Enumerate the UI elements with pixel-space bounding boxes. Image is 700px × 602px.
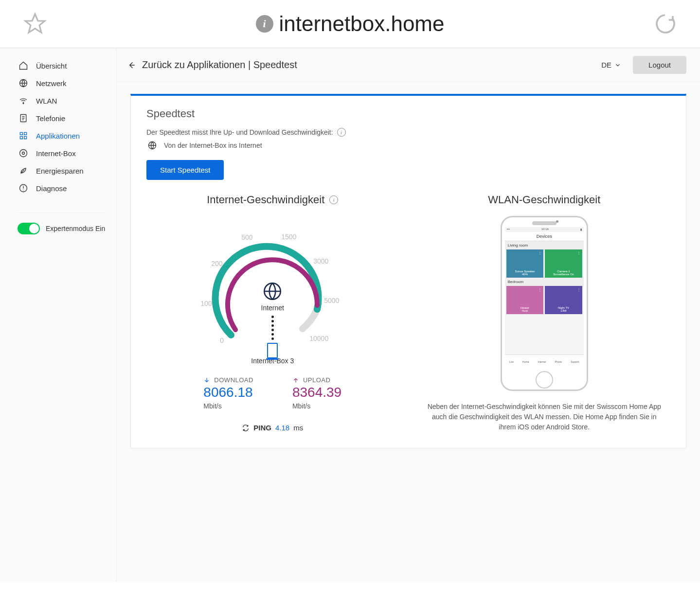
ping-value: 4.18 bbox=[275, 424, 289, 432]
svg-point-2 bbox=[23, 103, 24, 104]
apps-icon bbox=[18, 131, 28, 141]
phone-tab: Live bbox=[509, 360, 514, 363]
info-icon[interactable]: i bbox=[337, 128, 346, 137]
phone-tab: Home bbox=[522, 360, 529, 363]
phone-tile: ⋮Night TV13W bbox=[545, 286, 582, 314]
language-selector[interactable]: DE bbox=[601, 61, 621, 69]
sidebar-item-label: Energiesparen bbox=[36, 167, 84, 175]
expert-mode-row: Expertenmodus Ein bbox=[18, 212, 107, 234]
phone-time: 10:16 bbox=[541, 228, 549, 231]
card-desc-text: Der Speedtest misst Ihre Up- und Downloa… bbox=[146, 128, 333, 136]
ping-unit: ms bbox=[293, 424, 303, 432]
card-desc-sub-text: Von der Internet-Box ins Internet bbox=[164, 142, 262, 149]
upload-arrow-icon bbox=[292, 377, 299, 384]
wlan-title: WLAN-Geschwindigkeit bbox=[418, 194, 671, 206]
connection-dots-icon bbox=[195, 316, 350, 340]
app-header: i internetbox.home bbox=[0, 0, 700, 48]
reload-icon[interactable] bbox=[653, 12, 677, 35]
upload-value: 8364.39 bbox=[292, 385, 341, 400]
svg-rect-6 bbox=[20, 137, 22, 139]
sidebar-item-network[interactable]: Netzwerk bbox=[0, 74, 116, 92]
tile-sub: Surveillance On bbox=[553, 273, 574, 276]
phone-tile: ⋮Camera 1Surveillance On bbox=[545, 249, 582, 278]
phone-tabbar: Live Home Internet Phone Support bbox=[505, 354, 584, 368]
breadcrumb[interactable]: Zurück zu Applikationen | Speedtest bbox=[126, 59, 297, 71]
globe-icon bbox=[263, 282, 282, 301]
favorite-star-icon[interactable] bbox=[23, 12, 47, 35]
back-arrow-icon bbox=[126, 60, 136, 70]
expert-mode-label: Expertenmodus Ein bbox=[46, 225, 105, 232]
speedtest-card: Speedtest Der Speedtest misst Ihre Up- u… bbox=[130, 94, 686, 448]
tile-sub: 40% bbox=[522, 273, 528, 276]
upload-label: UPLOAD bbox=[303, 376, 330, 384]
phone-statusbar: •••10:16▮ bbox=[505, 227, 584, 232]
download-value: 8066.18 bbox=[203, 385, 253, 400]
phone-home-button-icon bbox=[536, 371, 553, 389]
sidebar-item-internetbox[interactable]: Internet-Box bbox=[0, 144, 116, 162]
ping-label: PING bbox=[253, 424, 271, 432]
download-result: DOWNLOAD 8066.18 Mbit/s bbox=[203, 376, 253, 410]
alert-icon bbox=[18, 183, 28, 193]
sidebar-item-label: Netzwerk bbox=[36, 79, 67, 88]
start-speedtest-button[interactable]: Start Speedtest bbox=[146, 160, 224, 180]
phonebook-icon bbox=[18, 113, 28, 123]
main-content: Zurück zu Applikationen | Speedtest DE L… bbox=[117, 48, 700, 582]
info-icon[interactable]: i bbox=[256, 15, 273, 33]
refresh-icon bbox=[242, 424, 250, 432]
phone-tab: Phone bbox=[555, 360, 562, 363]
phone-screen: •••10:16▮ Devices Living room ⋮Sonos Spe… bbox=[505, 227, 584, 368]
phone-section-label: Bedroom bbox=[505, 278, 584, 286]
gauge-center-top-label: Internet bbox=[195, 304, 350, 312]
sidebar: Übersicht Netzwerk WLAN Telefonie Applik… bbox=[0, 48, 117, 582]
leaf-icon bbox=[18, 166, 28, 176]
wlan-speed-column: WLAN-Geschwindigkeit •••10:16▮ Devices L… bbox=[418, 194, 671, 432]
sidebar-item-label: Internet-Box bbox=[36, 149, 76, 158]
svg-point-8 bbox=[20, 150, 27, 157]
sidebar-item-wlan[interactable]: WLAN bbox=[0, 92, 116, 109]
logout-button[interactable]: Logout bbox=[633, 56, 686, 74]
phone-section-label: Living room bbox=[505, 241, 584, 249]
phone-tile: ⋮Sonos Speaker40% bbox=[506, 249, 544, 278]
language-label: DE bbox=[601, 61, 611, 69]
wifi-icon bbox=[18, 96, 28, 106]
sidebar-item-applications[interactable]: Applikationen bbox=[0, 127, 116, 144]
card-description-sub: Von der Internet-Box ins Internet bbox=[147, 141, 670, 150]
chevron-down-icon bbox=[614, 62, 621, 69]
svg-rect-4 bbox=[20, 132, 22, 135]
phone-camera-icon bbox=[556, 220, 558, 223]
sidebar-item-label: Diagnose bbox=[36, 184, 67, 193]
info-icon[interactable]: i bbox=[329, 195, 338, 204]
card-description: Der Speedtest misst Ihre Up- und Downloa… bbox=[146, 128, 670, 137]
download-label: DOWNLOAD bbox=[214, 376, 253, 384]
sidebar-item-telephony[interactable]: Telefonie bbox=[0, 109, 116, 127]
ping-result: PING 4.18 ms bbox=[146, 424, 399, 432]
breadcrumb-text: Zurück zu Applikationen | Speedtest bbox=[142, 59, 297, 71]
upload-result: UPLOAD 8364.39 Mbit/s bbox=[292, 376, 341, 410]
sidebar-item-energy[interactable]: Energiesparen bbox=[0, 162, 116, 179]
gauge-tick: 1500 bbox=[281, 233, 296, 241]
download-arrow-icon bbox=[203, 377, 210, 384]
phone-speaker-icon bbox=[532, 221, 556, 225]
sidebar-item-diagnose[interactable]: Diagnose bbox=[0, 179, 116, 197]
main-topbar: Zurück zu Applikationen | Speedtest DE L… bbox=[117, 48, 700, 82]
download-unit: Mbit/s bbox=[203, 402, 253, 410]
phone-mockup: •••10:16▮ Devices Living room ⋮Sonos Spe… bbox=[501, 216, 588, 391]
gauge-tick: 3000 bbox=[313, 257, 328, 265]
gauge-title-text: Internet-Geschwindigkeit bbox=[207, 194, 324, 206]
phone-app-title: Devices bbox=[505, 232, 584, 241]
wlan-description: Neben der Internet-Geschwindigkeit könne… bbox=[418, 402, 671, 432]
sidebar-item-label: Applikationen bbox=[36, 132, 80, 140]
router-icon bbox=[18, 148, 28, 158]
card-title: Speedtest bbox=[146, 107, 670, 120]
tile-sub: Now bbox=[522, 309, 528, 312]
globe-icon bbox=[147, 141, 157, 150]
site-title: internetbox.home bbox=[279, 12, 445, 36]
sidebar-item-label: Übersicht bbox=[36, 62, 67, 70]
sidebar-item-label: WLAN bbox=[36, 97, 57, 105]
sidebar-item-overview[interactable]: Übersicht bbox=[0, 57, 116, 74]
expert-mode-toggle[interactable] bbox=[18, 223, 40, 234]
svg-rect-7 bbox=[24, 137, 27, 139]
phone-tab: Internet bbox=[538, 360, 546, 363]
speed-gauge: 0 100 200 500 1500 3000 5000 10000 Inter… bbox=[195, 216, 350, 352]
upload-unit: Mbit/s bbox=[292, 402, 341, 410]
